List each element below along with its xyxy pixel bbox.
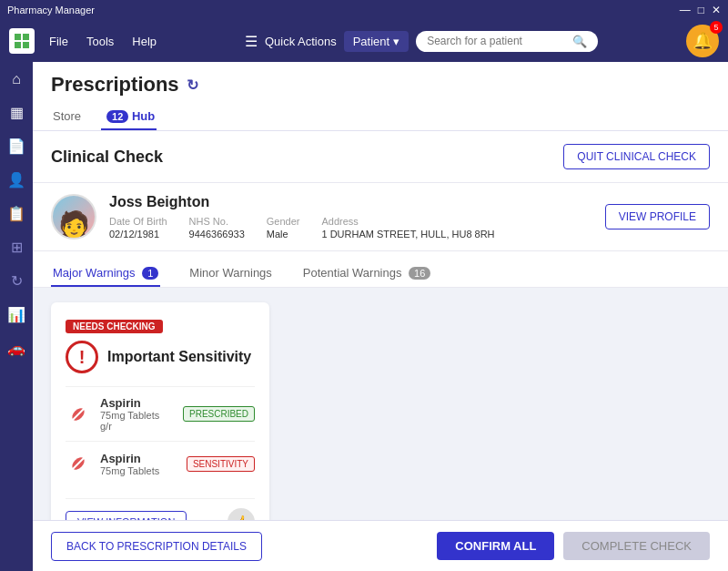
close-btn[interactable]: ✕ (712, 4, 721, 16)
view-profile-button[interactable]: VIEW PROFILE (605, 204, 710, 229)
back-to-prescription-button[interactable]: BACK TO PRESCRIPTION DETAILS (51, 532, 262, 561)
app-body: ⌂ ▦ 📄 👤 📋 ⊞ ↻ 📊 🚗 Prescriptions ↻ Store … (0, 62, 728, 571)
svg-rect-1 (23, 34, 29, 40)
sidebar-icon-vehicle[interactable]: 🚗 (7, 340, 25, 357)
sidebar-icon-dashboard[interactable]: ▦ (10, 104, 24, 121)
patient-info: 🧑 Joss Beighton Date Of Birth 02/12/1981… (33, 183, 728, 251)
clinical-check-title: Clinical Check (51, 148, 163, 167)
sidebar-icon-list[interactable]: 📋 (7, 205, 25, 222)
potential-warnings-badge: 16 (409, 267, 430, 280)
tools-menu[interactable]: Tools (86, 35, 114, 48)
drug-icon-0 (66, 402, 91, 427)
sidebar-icon-grid[interactable]: ⊞ (11, 239, 23, 256)
prescriptions-header: Prescriptions ↻ Store 12 Hub (33, 62, 728, 131)
bottom-bar: BACK TO PRESCRIPTION DETAILS CONFIRM ALL… (33, 520, 728, 571)
svg-rect-3 (23, 42, 29, 48)
prescriptions-title: Prescriptions (51, 73, 179, 97)
title-bar-controls: — □ ✕ (680, 4, 721, 16)
title-bar: Pharmacy Manager — □ ✕ (0, 0, 728, 20)
prescribed-badge-0: PRESCRIBED (183, 406, 255, 422)
tab-store[interactable]: Store (51, 104, 83, 130)
warning-title-row: ! Important Sensitivity (66, 341, 255, 373)
patient-left: 🧑 Joss Beighton Date Of Birth 02/12/1981… (51, 194, 495, 240)
main-content: Prescriptions ↻ Store 12 Hub Clinical Ch… (33, 62, 728, 571)
sidebar-icon-chart[interactable]: 📊 (7, 306, 25, 323)
sensitivity-badge-1: SENSITIVITY (187, 456, 255, 472)
title-bar-text: Pharmacy Manager (7, 5, 95, 15)
header: File Tools Help ☰ Quick Actions Patient … (0, 20, 728, 62)
avatar-figure: 🧑 (58, 212, 90, 238)
complete-check-button[interactable]: COMPLETE CHECK (563, 532, 710, 560)
hub-badge: 12 (106, 110, 128, 123)
drug-icon-1 (66, 451, 91, 476)
maximize-btn[interactable]: □ (698, 4, 704, 16)
search-box[interactable]: 🔍 (416, 31, 598, 52)
notification-button[interactable]: 🔔 5 (686, 25, 719, 57)
warning-card: NEEDS CHECKING ! Important Sensitivity A… (51, 302, 269, 520)
chevron-down-icon: ▾ (393, 35, 399, 48)
warning-circle-icon: ! (66, 341, 98, 373)
drug-item-1: Aspirin 75mg Tablets SENSITIVITY (66, 441, 255, 485)
drug-info-0: Aspirin 75mg Tablets g/r (100, 396, 174, 432)
sidebar-icon-patients[interactable]: 👤 (7, 171, 25, 189)
sidebar-icon-refresh[interactable]: ↻ (11, 272, 23, 290)
patient-details: Date Of Birth 02/12/1981 NHS No. 9446366… (109, 216, 495, 240)
patient-dropdown[interactable]: Patient ▾ (344, 31, 409, 52)
patient-avatar: 🧑 (51, 194, 96, 240)
thumbs-up-button[interactable]: 👍 (228, 508, 255, 520)
drug-name-1: Aspirin (100, 452, 177, 465)
file-menu[interactable]: File (49, 35, 68, 48)
refresh-icon[interactable]: ↻ (187, 76, 198, 94)
confirm-all-button[interactable]: CONFIRM ALL (437, 532, 554, 560)
svg-rect-0 (15, 34, 21, 40)
patient-dob: Date Of Birth 02/12/1981 (109, 216, 167, 240)
bell-icon: 🔔 (693, 31, 713, 51)
drug-name-0: Aspirin (100, 396, 174, 410)
prescriptions-tabs: Store 12 Hub (51, 104, 710, 130)
patient-name: Joss Beighton (109, 194, 495, 210)
warning-tabs: Major Warnings 1 Minor Warnings Potentia… (33, 251, 728, 288)
quit-clinical-check-button[interactable]: QUIT CLINICAL CHECK (563, 144, 710, 169)
clinical-check-header: Clinical Check QUIT CLINICAL CHECK (33, 131, 728, 183)
header-center: ☰ Quick Actions Patient ▾ 🔍 (171, 31, 672, 52)
sidebar: ⌂ ▦ 📄 👤 📋 ⊞ ↻ 📊 🚗 (0, 62, 33, 571)
help-menu[interactable]: Help (132, 35, 157, 48)
search-icon: 🔍 (572, 35, 587, 48)
warning-title: Important Sensitivity (107, 349, 251, 365)
patient-gender: Gender Male (267, 216, 300, 240)
tab-potential-warnings[interactable]: Potential Warnings 16 (301, 260, 433, 287)
sidebar-icon-home[interactable]: ⌂ (12, 71, 21, 87)
header-nav: File Tools Help (49, 35, 157, 48)
hamburger-icon[interactable]: ☰ (245, 33, 258, 50)
view-information-button[interactable]: VIEW INFORMATION (66, 511, 187, 520)
minimize-btn[interactable]: — (680, 4, 691, 16)
patient-details-block: Joss Beighton Date Of Birth 02/12/1981 N… (109, 194, 495, 240)
tab-major-warnings[interactable]: Major Warnings 1 (51, 260, 160, 287)
prescriptions-title-row: Prescriptions ↻ (51, 73, 710, 97)
tab-minor-warnings[interactable]: Minor Warnings (187, 260, 274, 287)
patient-nhs: NHS No. 9446366933 (189, 216, 245, 240)
patient-address: Address 1 DURHAM STREET, HULL, HU8 8RH (321, 216, 494, 240)
drug-dose-0: 75mg Tablets g/r (100, 410, 174, 432)
content-area: NEEDS CHECKING ! Important Sensitivity A… (33, 288, 728, 520)
search-input[interactable] (427, 35, 567, 47)
notification-badge: 5 (710, 21, 723, 34)
drug-item-0: Aspirin 75mg Tablets g/r PRESCRIBED (66, 386, 255, 441)
app-logo (9, 28, 35, 54)
quick-actions-btn[interactable]: Quick Actions (265, 35, 337, 48)
drug-info-1: Aspirin 75mg Tablets (100, 452, 177, 476)
major-warnings-badge: 1 (142, 267, 158, 280)
tab-hub[interactable]: 12 Hub (101, 104, 157, 130)
right-buttons: CONFIRM ALL COMPLETE CHECK (437, 532, 710, 560)
needs-checking-badge: NEEDS CHECKING (66, 320, 163, 333)
svg-rect-2 (15, 42, 21, 48)
drug-dose-1: 75mg Tablets (100, 465, 177, 476)
card-footer: VIEW INFORMATION 👍 (66, 498, 255, 520)
sidebar-icon-prescriptions[interactable]: 📄 (7, 138, 25, 155)
